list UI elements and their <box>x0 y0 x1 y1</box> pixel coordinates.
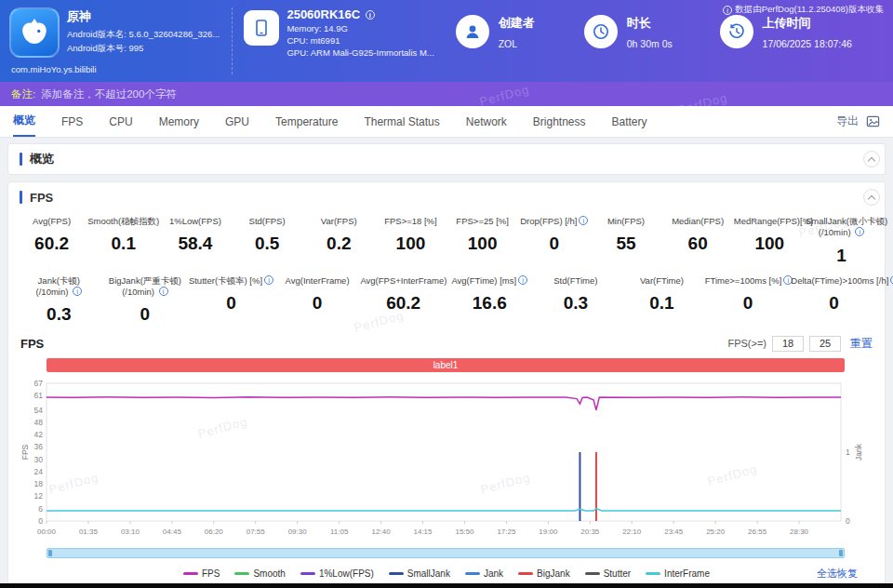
reset-link[interactable]: 重置 <box>850 336 873 352</box>
fps-threshold-label: FPS(>=) <box>727 338 766 349</box>
perfdog-report-page: i 数据由PerfDog(11.2.250408)版本收集 原神 Android… <box>0 0 893 587</box>
stat-item: MedRange(FPS)[%]100 <box>734 216 806 266</box>
svg-text:1: 1 <box>846 448 850 457</box>
stat-value: 60 <box>662 234 734 254</box>
svg-text:00:00: 00:00 <box>37 528 57 536</box>
legend-swatch <box>465 572 480 575</box>
legend-item-bigjank[interactable]: BigJank <box>518 568 570 579</box>
stat-item: FPS>=25 [%]100 <box>446 216 518 266</box>
svg-text:28:30: 28:30 <box>790 528 809 536</box>
remark-input[interactable]: 备注: 添加备注，不超过200个字符 <box>0 82 893 106</box>
data-source-text: 数据由PerfDog(11.2.250408)版本收集 <box>735 4 884 16</box>
tab-fps[interactable]: FPS <box>61 106 83 137</box>
tab-thermal-status[interactable]: Thermal Status <box>364 106 439 137</box>
stat-value: 0.3 <box>16 304 102 325</box>
svg-text:22:10: 22:10 <box>622 528 642 536</box>
legend-swatch <box>518 572 533 575</box>
creator-block: 创建者 ZOL <box>443 7 571 74</box>
package-name: com.miHoYo.ys.bilibili <box>11 64 97 74</box>
chart-horizontal-scrollbar[interactable] <box>47 548 845 558</box>
android-version-name: Android版本名: 5.6.0_32604286_326... <box>67 29 220 41</box>
tab-gpu[interactable]: GPU <box>225 106 249 137</box>
svg-text:23:45: 23:45 <box>664 528 684 536</box>
stat-value: 1 <box>806 246 877 266</box>
stat-item: Min(FPS)55 <box>590 216 661 266</box>
svg-text:42: 42 <box>34 431 44 440</box>
upload-time-label: 上传时间 <box>763 15 852 32</box>
fps-chart-canvas[interactable]: 061218243036424854616701FPSJank00:0001:3… <box>20 376 869 545</box>
export-image-icon[interactable] <box>866 114 880 128</box>
tab-cpu[interactable]: CPU <box>109 106 132 137</box>
info-icon[interactable]: i <box>518 275 527 285</box>
restore-all-link[interactable]: 全选恢复 <box>817 567 858 581</box>
svg-text:11:05: 11:05 <box>330 528 349 536</box>
stat-item: Jank(卡顿)(/10min) i0.3 <box>16 275 102 326</box>
stat-value: 100 <box>734 234 806 254</box>
info-icon[interactable]: i <box>73 287 82 296</box>
legend-swatch <box>300 572 315 575</box>
svg-text:20:35: 20:35 <box>580 528 600 536</box>
legend-swatch <box>646 572 660 575</box>
legend-item-interframe[interactable]: InterFrame <box>646 568 710 579</box>
series-banner[interactable]: label1 <box>47 358 845 372</box>
legend-item-smalljank[interactable]: SmallJank <box>389 568 450 579</box>
info-icon[interactable]: i <box>264 275 273 285</box>
legend-swatch <box>585 572 600 575</box>
svg-text:09:30: 09:30 <box>288 528 308 536</box>
chevron-up-icon <box>868 156 875 164</box>
legend-swatch <box>234 572 249 575</box>
svg-text:17:25: 17:25 <box>497 528 516 536</box>
device-memory: Memory: 14.9G <box>287 23 433 33</box>
legend-item-smooth[interactable]: Smooth <box>234 568 285 579</box>
creator-value: ZOL <box>499 38 535 49</box>
app-logo-icon <box>9 7 60 58</box>
stat-item: Avg(FPS)60.2 <box>16 216 87 266</box>
stat-value: 0 <box>791 293 877 314</box>
tab-temperature[interactable]: Temperature <box>275 106 338 137</box>
fps-threshold2-input[interactable] <box>809 336 841 352</box>
stat-value: 0.5 <box>232 234 303 254</box>
remark-placeholder: 添加备注，不超过200个字符 <box>41 87 177 101</box>
svg-text:14:15: 14:15 <box>414 528 433 536</box>
stat-item: SmallJank(微小卡顿)(/10min) i1 <box>806 216 877 266</box>
collapse-overview-button[interactable] <box>863 151 880 167</box>
device-info-icon[interactable]: i <box>366 10 375 20</box>
legend-item-stutter[interactable]: Stutter <box>585 568 631 579</box>
stat-item: FTime>=100ms [%]i0 <box>705 275 792 326</box>
collapse-fps-button[interactable] <box>863 189 880 206</box>
svg-text:18: 18 <box>34 480 44 489</box>
stat-item: Var(FPS)0.2 <box>303 216 375 266</box>
svg-text:30: 30 <box>34 455 44 464</box>
info-icon[interactable]: i <box>159 287 168 296</box>
stat-item: BigJank(严重卡顿)(/10min) i0 <box>102 275 189 326</box>
info-icon: i <box>723 6 732 15</box>
fps-threshold1-input[interactable] <box>772 336 804 352</box>
upload-time-block: 上传时间 17/06/2025 18:07:46 <box>707 7 884 74</box>
fps-chart-title: FPS <box>20 337 44 351</box>
stat-value: 0.1 <box>619 293 705 314</box>
stat-item: Std(FPS)0.5 <box>232 216 303 266</box>
info-icon[interactable]: i <box>579 216 588 225</box>
phone-icon <box>244 10 279 46</box>
legend-swatch <box>389 572 404 575</box>
stat-item: Avg(FPS+InterFrame)60.2 <box>360 275 446 326</box>
tab-bar: 概览FPSCPUMemoryGPUTemperatureThermal Stat… <box>0 106 893 138</box>
tab-memory[interactable]: Memory <box>159 106 199 137</box>
svg-text:04:45: 04:45 <box>163 528 182 536</box>
tab-overview[interactable]: 概览 <box>13 106 35 137</box>
stat-value: 0 <box>518 234 590 254</box>
svg-text:54: 54 <box>34 406 44 415</box>
legend-item-jank[interactable]: Jank <box>465 568 503 579</box>
device-gpu: GPU: ARM Mali-G925-Immortalis M... <box>287 47 433 58</box>
legend-item-fps[interactable]: FPS <box>183 568 220 579</box>
stat-value: 60.2 <box>360 293 446 314</box>
legend-item-1-low-fps-[interactable]: 1%Low(FPS) <box>300 568 374 579</box>
tab-bar-items: 概览FPSCPUMemoryGPUTemperatureThermal Stat… <box>13 106 647 137</box>
svg-text:01:35: 01:35 <box>79 528 99 536</box>
tab-network[interactable]: Network <box>466 106 507 137</box>
legend-swatch <box>183 572 198 575</box>
tab-brightness[interactable]: Brightness <box>533 106 586 137</box>
tab-battery[interactable]: Battery <box>612 106 647 137</box>
export-button[interactable]: 导出 <box>836 114 859 129</box>
info-icon[interactable]: i <box>855 227 864 236</box>
